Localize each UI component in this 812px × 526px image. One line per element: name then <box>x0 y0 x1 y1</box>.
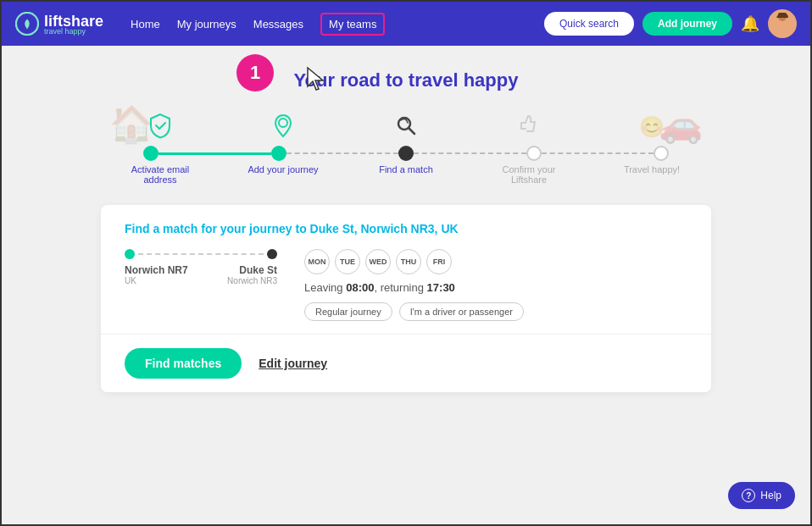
logo-icon <box>15 12 39 36</box>
step-label-2: Add your journey <box>241 164 325 185</box>
route-dots <box>125 249 277 259</box>
find-matches-button[interactable]: Find matches <box>125 348 242 379</box>
route-line-section: Norwich NR7 UK Duke St Norwich NR3 <box>125 249 277 285</box>
step-badge: 1 <box>236 54 274 91</box>
days-row: MON TUE WED THU FRI <box>304 249 687 274</box>
action-row: Find matches Edit journey <box>101 334 711 392</box>
step-icon-3 <box>364 112 448 142</box>
svg-point-5 <box>279 119 287 127</box>
day-fri: FRI <box>426 249 452 274</box>
step-dot-3 <box>398 146 414 161</box>
origin-name: Norwich NR7 <box>125 264 188 276</box>
logo-text: liftshare travel happy <box>44 13 103 36</box>
happy-travel-icon: 😊 <box>639 115 665 139</box>
destination-name: Duke St <box>227 264 277 276</box>
returning-time: 17:30 <box>427 281 455 294</box>
progress-labels-row: Activate email address Add your journey … <box>109 164 703 185</box>
journey-schedule: MON TUE WED THU FRI Leaving 08:00, retur… <box>304 249 687 321</box>
leaving-time: 08:00 <box>346 281 374 294</box>
origin-sub: UK <box>125 276 188 285</box>
nav-messages[interactable]: Messages <box>253 18 303 30</box>
nav-my-journeys[interactable]: My journeys <box>177 18 236 30</box>
help-icon: ? <box>742 489 755 502</box>
day-thu: THU <box>396 249 421 274</box>
destination-label: Duke St Norwich NR3 <box>227 264 277 285</box>
car-illustration: 🚗 <box>659 103 703 145</box>
search-icon <box>392 112 420 139</box>
step-label-3: Find a match <box>364 164 448 185</box>
tag-regular: Regular journey <box>304 302 392 321</box>
svg-point-2 <box>772 28 793 38</box>
journey-title: Find a match for your journey to Duke St… <box>125 222 687 235</box>
step-icon-4 <box>487 112 571 142</box>
svg-rect-4 <box>778 13 787 16</box>
destination-dot <box>267 249 277 259</box>
navbar: liftshare travel happy Home My journeys … <box>2 2 810 46</box>
nav-my-teams[interactable]: My teams <box>320 13 385 36</box>
journey-destination-highlight: Duke St, Norwich NR3, UK <box>310 222 459 235</box>
step-dot-4 <box>526 146 542 161</box>
step-label-5: Travel happy! <box>609 164 694 185</box>
day-wed: WED <box>365 249 391 274</box>
route-connecting-line <box>138 253 264 255</box>
step-line-4-5 <box>542 152 654 154</box>
step-line-1-2 <box>159 152 271 155</box>
step-dot-1 <box>143 146 159 161</box>
step-label-1: Activate email address <box>118 164 203 185</box>
step-dot-2 <box>271 146 286 161</box>
nav-home[interactable]: Home <box>131 18 160 30</box>
origin-dot <box>125 249 135 259</box>
step-label-4: Confirm your Liftshare <box>487 164 571 185</box>
step-line-2-3 <box>286 152 399 154</box>
time-info: Leaving 08:00, returning 17:30 <box>304 281 687 294</box>
day-tue: TUE <box>335 249 360 274</box>
thumbs-up-icon <box>515 112 542 139</box>
logo[interactable]: liftshare travel happy <box>15 12 103 36</box>
cursor-icon <box>304 66 328 99</box>
step-icon-2 <box>241 112 325 142</box>
nav-links: Home My journeys Messages My teams <box>131 13 524 36</box>
nav-right: Quick search Add journey 🔔 <box>544 9 797 38</box>
progress-icons-row: 😊 <box>109 112 703 142</box>
location-pin-icon <box>270 112 297 139</box>
edit-journey-link[interactable]: Edit journey <box>259 357 327 370</box>
journey-tags: Regular journey I'm a driver or passenge… <box>304 302 687 321</box>
page-title: Your road to travel happy <box>36 63 776 91</box>
avatar-image <box>770 9 795 38</box>
quick-search-button[interactable]: Quick search <box>544 12 634 36</box>
user-avatar[interactable] <box>768 9 797 38</box>
route-labels: Norwich NR7 UK Duke St Norwich NR3 <box>125 264 277 285</box>
add-journey-button[interactable]: Add journey <box>642 12 732 36</box>
progress-section: 🏠 🚗 <box>109 112 703 185</box>
day-mon: MON <box>304 249 330 274</box>
origin-label: Norwich NR7 UK <box>125 264 188 285</box>
main-content: 1 Your road to travel happy 🏠 🚗 <box>2 46 810 409</box>
progress-dots-row <box>109 146 703 161</box>
journey-card: Find a match for your journey to Duke St… <box>101 205 711 392</box>
journey-route: Norwich NR7 UK Duke St Norwich NR3 MON T… <box>125 249 687 321</box>
tag-role: I'm a driver or passenger <box>399 302 524 321</box>
step-dot-5 <box>653 146 669 161</box>
step-line-3-4 <box>414 152 526 154</box>
notifications-icon[interactable]: 🔔 <box>741 14 759 33</box>
journey-card-body: Find a match for your journey to Duke St… <box>101 205 711 321</box>
help-button[interactable]: ? Help <box>728 482 795 509</box>
destination-sub: Norwich NR3 <box>227 276 277 285</box>
svg-line-7 <box>409 128 414 134</box>
shield-check-icon <box>147 112 174 139</box>
